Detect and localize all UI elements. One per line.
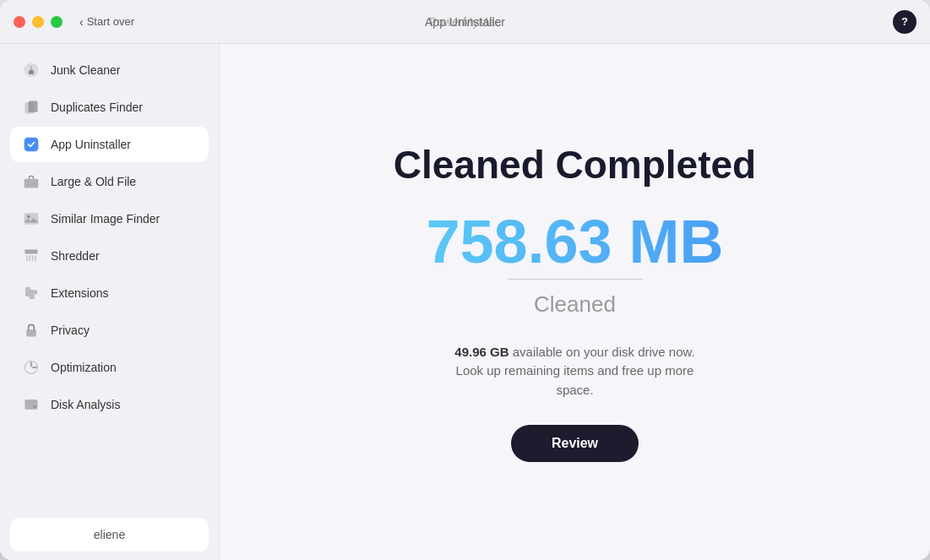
svg-point-17 xyxy=(34,405,36,408)
sidebar-item-similar-image-finder[interactable]: Similar Image Finder xyxy=(10,201,209,237)
header-title: App Uninstaller xyxy=(425,15,505,29)
sidebar-item-duplicates-finder[interactable]: Duplicates Finder xyxy=(10,90,209,125)
duplicates-icon xyxy=(22,98,41,117)
extensions-icon xyxy=(22,284,41,302)
content-area: Junk Cleaner Duplicates Finder xyxy=(0,44,930,560)
cleaned-title: Cleaned Completed xyxy=(394,142,756,188)
close-button[interactable] xyxy=(14,16,25,28)
app-window: ‹ Start over PowerMyMac App Uninstaller … xyxy=(0,0,930,560)
review-button[interactable]: Review xyxy=(511,425,639,462)
sidebar-item-optimization[interactable]: Optimization xyxy=(10,350,209,385)
svg-rect-13 xyxy=(26,329,36,336)
start-over-label: Start over xyxy=(87,15,134,28)
sidebar-item-label: Optimization xyxy=(51,361,117,374)
sidebar-item-label: Shredder xyxy=(51,249,100,263)
sidebar-item-shredder[interactable]: Shredder xyxy=(10,238,209,274)
briefcase-icon xyxy=(22,172,41,191)
svg-rect-4 xyxy=(24,138,39,152)
maximize-button[interactable] xyxy=(51,16,63,28)
image-icon xyxy=(22,209,41,228)
sidebar-item-large-old-file[interactable]: Large & Old File xyxy=(10,164,209,199)
main-content: Cleaned Completed 758.63 MB Cleaned 49.9… xyxy=(220,44,930,560)
chevron-left-icon: ‹ xyxy=(79,15,84,29)
sidebar: Junk Cleaner Duplicates Finder xyxy=(0,44,220,560)
traffic-lights xyxy=(14,16,63,28)
optimization-icon xyxy=(22,358,41,377)
sidebar-item-label: Junk Cleaner xyxy=(51,63,121,77)
start-over-button[interactable]: ‹ Start over xyxy=(79,15,134,29)
svg-rect-11 xyxy=(32,255,34,262)
sidebar-item-label: Duplicates Finder xyxy=(51,101,143,114)
privacy-icon xyxy=(22,321,41,340)
disk-icon xyxy=(22,395,41,414)
svg-rect-1 xyxy=(31,66,32,69)
sidebar-item-extensions[interactable]: Extensions xyxy=(10,275,209,311)
sidebar-item-junk-cleaner[interactable]: Junk Cleaner xyxy=(10,52,209,88)
cleaned-label: Cleaned xyxy=(534,291,616,318)
sidebar-item-label: Large & Old File xyxy=(51,175,136,188)
svg-rect-8 xyxy=(25,250,38,254)
svg-point-7 xyxy=(27,215,30,218)
disk-info: 49.96 GB available on your disk drive no… xyxy=(449,343,702,400)
svg-rect-6 xyxy=(24,213,39,224)
help-button[interactable]: ? xyxy=(893,10,916,34)
user-profile[interactable]: eliene xyxy=(10,518,209,552)
svg-rect-12 xyxy=(35,255,36,262)
svg-rect-5 xyxy=(24,179,39,188)
svg-rect-9 xyxy=(26,255,28,262)
app-uninstaller-icon xyxy=(22,135,41,154)
sidebar-item-disk-analysis[interactable]: Disk Analysis xyxy=(10,387,209,422)
titlebar: ‹ Start over PowerMyMac App Uninstaller … xyxy=(0,0,930,44)
shredder-icon xyxy=(22,247,41,265)
divider xyxy=(508,279,643,280)
svg-rect-10 xyxy=(30,255,31,262)
sidebar-item-label: Privacy xyxy=(51,323,90,337)
sidebar-item-label: App Uninstaller xyxy=(51,138,131,151)
broom-icon xyxy=(22,61,41,79)
sidebar-item-app-uninstaller[interactable]: App Uninstaller xyxy=(10,127,209,162)
minimize-button[interactable] xyxy=(32,16,44,28)
svg-rect-3 xyxy=(29,101,38,112)
svg-rect-16 xyxy=(25,400,38,403)
disk-info-bold: 49.96 GB xyxy=(454,345,509,359)
size-display: 758.63 MB xyxy=(426,211,723,272)
sidebar-item-label: Disk Analysis xyxy=(51,398,120,411)
sidebar-item-privacy[interactable]: Privacy xyxy=(10,313,209,348)
sidebar-item-label: Similar Image Finder xyxy=(51,212,160,226)
sidebar-item-label: Extensions xyxy=(51,286,108,300)
